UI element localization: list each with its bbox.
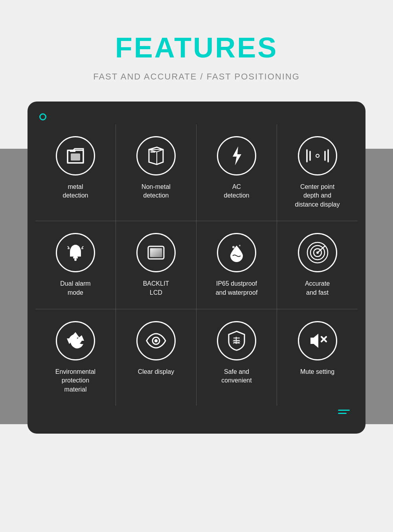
safe-convenient-icon-circle: 安全	[217, 321, 256, 360]
nonmetal-icon	[145, 145, 167, 167]
non-metal-detection-icon-circle	[136, 136, 176, 175]
center-point-icon-circle	[298, 136, 337, 175]
mute-icon	[307, 330, 329, 352]
page-title: FEATURES	[115, 31, 278, 64]
svg-marker-7	[151, 151, 155, 153]
feature-cell-center-point: Center pointdepth anddistance display	[277, 124, 358, 221]
menu-icon	[338, 410, 350, 414]
svg-text:安全: 安全	[233, 340, 241, 344]
accurate-fast-label: Accurateand fast	[305, 279, 330, 297]
svg-point-12	[316, 155, 319, 157]
feature-cell-clear-display: Clear display	[116, 309, 196, 406]
svg-rect-15	[73, 257, 78, 259]
feature-cell-safe-convenient: 安全 Safe andconvenient	[196, 309, 277, 406]
svg-rect-23	[150, 248, 162, 257]
eye-icon	[145, 330, 167, 352]
menu-line-bottom	[338, 413, 347, 414]
backlit-lcd-label: BACKLITLCD	[143, 279, 169, 297]
mute-setting-icon-circle	[298, 321, 337, 360]
svg-point-32	[154, 339, 158, 342]
card-dot	[39, 113, 46, 120]
svg-marker-38	[310, 334, 318, 348]
svg-line-19	[82, 246, 83, 248]
feature-cell-environmental: Environmentalprotectionmaterial	[35, 309, 116, 406]
dual-alarm-icon-circle	[56, 233, 95, 272]
non-metal-detection-label: Non-metaldetection	[141, 183, 171, 200]
svg-point-16	[74, 259, 77, 261]
clear-display-label: Clear display	[138, 368, 174, 376]
dual-alarm-label: Dual alarmmode	[60, 279, 90, 297]
environmental-label: Environmentalprotectionmaterial	[55, 368, 95, 394]
ac-detection-label: ACdetection	[224, 183, 250, 200]
metal-detection-icon-circle	[56, 136, 95, 175]
lcd-icon	[145, 242, 167, 264]
ac-icon	[226, 145, 248, 167]
svg-line-17	[68, 246, 69, 248]
waterproof-icon	[226, 242, 248, 264]
card-footer	[35, 410, 358, 414]
feature-cell-ip65: IP65 dustproofand waterproof	[196, 221, 277, 309]
backlit-lcd-icon-circle	[136, 233, 176, 272]
ip65-icon-circle	[217, 233, 256, 272]
svg-point-24	[232, 246, 235, 248]
menu-line-top	[338, 410, 350, 411]
alarm-icon	[64, 242, 86, 264]
svg-marker-8	[233, 146, 241, 165]
svg-rect-2	[71, 153, 80, 161]
metal-icon	[64, 145, 86, 167]
accurate-fast-icon-circle	[298, 233, 337, 272]
feature-cell-non-metal-detection: Non-metaldetection	[116, 124, 196, 221]
ip65-label: IP65 dustproofand waterproof	[216, 279, 258, 297]
feature-cell-ac-detection: ACdetection	[196, 124, 277, 221]
feature-cell-backlit-lcd: BACKLITLCD	[116, 221, 196, 309]
metal-detection-label: metaldetection	[63, 183, 88, 200]
safe-convenient-label: Safe andconvenient	[221, 368, 252, 385]
safe-icon: 安全	[226, 330, 248, 352]
subtitle: FAST AND ACCURATE / FAST POSITIONING	[93, 72, 300, 82]
mute-setting-label: Mute setting	[300, 368, 334, 376]
feature-cell-dual-alarm: Dual alarmmode	[35, 221, 116, 309]
center-point-label: Center pointdepth anddistance display	[295, 183, 340, 209]
dark-card: metaldetection Non-metaldetection	[28, 102, 365, 434]
feature-cell-metal-detection: metaldetection	[35, 124, 116, 221]
feature-cell-mute-setting: Mute setting	[277, 309, 358, 406]
environmental-icon-circle	[56, 321, 95, 360]
ac-detection-icon-circle	[217, 136, 256, 175]
svg-point-25	[239, 245, 241, 246]
features-grid: metaldetection Non-metaldetection	[35, 124, 358, 406]
centerpoint-icon	[305, 148, 330, 164]
accurate-icon	[305, 240, 330, 265]
clear-display-icon-circle	[136, 321, 176, 360]
feature-cell-accurate-fast: Accurateand fast	[277, 221, 358, 309]
environmental-icon	[64, 330, 86, 352]
features-card-wrapper: metaldetection Non-metaldetection	[28, 102, 365, 434]
